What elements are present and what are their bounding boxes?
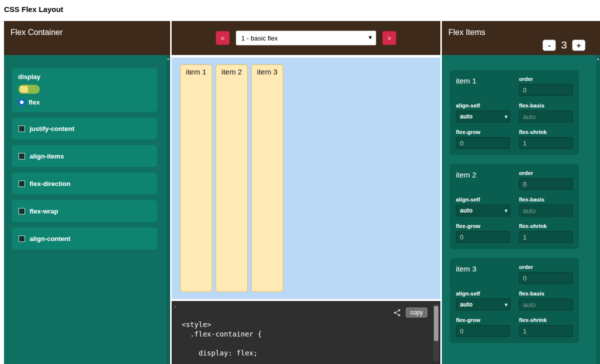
align-self-label: align-self — [456, 196, 519, 202]
flex-basis-label: flex-basis — [519, 290, 573, 296]
flex-basis-field: flex-basis — [519, 290, 573, 310]
page-title: CSS Flex Layout — [4, 5, 63, 14]
flex-basis-input[interactable] — [519, 204, 573, 216]
scroll-up-arrow-icon[interactable]: ▲ — [166, 55, 170, 61]
flex-shrink-field: flex-shrink — [519, 129, 573, 149]
flex-grow-input[interactable] — [456, 137, 510, 149]
order-field: order — [519, 170, 573, 190]
preview-column: < 1 - basic flex ▾ > item 1 item 2 item … — [172, 21, 440, 364]
align-self-select-wrap: auto ▾ — [456, 112, 510, 120]
top-strip: CSS Flex Layout — [0, 0, 600, 21]
code-panel: . copy <style> .flex-container { display… — [172, 301, 440, 364]
flex-demo-container: item 1 item 2 item 3 — [172, 58, 440, 299]
flex-basis-field: flex-basis — [519, 102, 573, 122]
align-items-checkbox[interactable] — [19, 153, 25, 160]
item-count: 3 — [561, 39, 567, 51]
code-scrollbar-thumb[interactable] — [434, 306, 438, 341]
justify-content-checkbox[interactable] — [19, 126, 25, 132]
flex-items-panel: Flex Items - 3 + item 1 order align-self — [442, 21, 600, 364]
order-input[interactable] — [519, 84, 573, 96]
item-card-2: item 2 order align-self auto ▾ — [450, 164, 579, 249]
flex-basis-label: flex-basis — [519, 196, 573, 202]
order-input[interactable] — [519, 178, 573, 190]
code-toolbar: copy — [393, 308, 427, 318]
flex-shrink-field: flex-shrink — [519, 223, 573, 243]
justify-content-label: justify-content — [30, 125, 75, 132]
flex-shrink-input[interactable] — [519, 325, 573, 337]
flex-basis-input[interactable] — [519, 110, 573, 122]
flex-grow-input[interactable] — [456, 231, 510, 243]
flex-container-header: Flex Container — [4, 21, 170, 55]
align-items-group: align-items — [12, 145, 157, 167]
display-group: display flex — [12, 68, 157, 112]
flex-shrink-input[interactable] — [519, 231, 573, 243]
flex-radio-row: flex — [18, 98, 157, 106]
share-icon[interactable] — [393, 308, 401, 317]
align-content-checkbox[interactable] — [19, 236, 25, 242]
app: Flex Container display flex justify-cont… — [4, 21, 600, 364]
flex-grow-field: flex-grow — [456, 317, 519, 337]
align-self-field: align-self auto ▾ — [456, 196, 519, 216]
flex-radio-label: flex — [29, 98, 40, 106]
item-counter: - 3 + — [542, 39, 585, 51]
code-line: <style> — [182, 320, 440, 330]
scroll-up-arrow-icon[interactable]: ▲ — [596, 55, 600, 61]
preset-select-wrap: 1 - basic flex ▾ — [236, 30, 376, 46]
item-card-title: item 3 — [456, 264, 519, 284]
flex-shrink-label: flex-shrink — [519, 317, 573, 323]
flex-container-panel: Flex Container display flex justify-cont… — [4, 21, 170, 364]
code-line: .flex-container { — [182, 330, 440, 339]
code-scrollbar[interactable] — [433, 304, 439, 361]
flex-direction-group: flex-direction — [12, 172, 157, 194]
flex-direction-checkbox[interactable] — [19, 180, 25, 187]
flex-items-header: Flex Items - 3 + — [442, 21, 600, 55]
align-self-field: align-self auto ▾ — [456, 290, 519, 310]
flex-radio[interactable] — [18, 98, 26, 106]
flex-grow-label: flex-grow — [456, 129, 519, 135]
flex-basis-field: flex-basis — [519, 196, 573, 216]
display-label: display — [18, 73, 157, 80]
align-content-label: align-content — [30, 235, 71, 242]
remove-item-button[interactable]: - — [542, 40, 556, 51]
toggle-knob — [20, 86, 29, 93]
flex-grow-input[interactable] — [456, 325, 510, 337]
code-block: <style> .flex-container { display: flex; — [182, 320, 440, 358]
flex-demo-item: item 3 — [251, 64, 283, 292]
code-line — [182, 339, 440, 348]
preset-select[interactable]: 1 - basic flex — [236, 30, 376, 46]
align-self-select[interactable]: auto — [456, 298, 510, 310]
flex-direction-label: flex-direction — [30, 180, 71, 188]
add-item-button[interactable]: + — [572, 40, 585, 51]
align-self-select[interactable]: auto — [456, 204, 510, 216]
order-label: order — [519, 170, 573, 176]
flex-grow-field: flex-grow — [456, 129, 519, 149]
align-self-select[interactable]: auto — [456, 110, 510, 122]
flex-items-title: Flex Items — [448, 28, 485, 37]
display-toggle[interactable] — [18, 84, 40, 94]
flex-wrap-group: flex-wrap — [12, 200, 157, 222]
left-panel-scrollbar[interactable]: ▲ — [166, 55, 170, 364]
corner-dot: . — [175, 301, 177, 308]
flex-container-body: display flex justify-content align-items — [4, 55, 170, 364]
justify-content-group: justify-content — [12, 118, 157, 140]
flex-grow-label: flex-grow — [456, 223, 519, 229]
item-card-1: item 1 order align-self auto ▾ — [450, 70, 579, 155]
preset-bar: < 1 - basic flex ▾ > — [172, 21, 440, 55]
next-preset-button[interactable]: > — [382, 31, 396, 45]
align-self-field: align-self auto ▾ — [456, 102, 519, 122]
right-panel-scrollbar[interactable]: ▲ — [596, 55, 600, 364]
flex-basis-input[interactable] — [519, 298, 573, 310]
flex-grow-field: flex-grow — [456, 223, 519, 243]
order-field: order — [519, 76, 573, 96]
copy-button[interactable]: copy — [406, 308, 427, 318]
flex-shrink-label: flex-shrink — [519, 129, 573, 135]
flex-container-title: Flex Container — [11, 28, 63, 37]
flex-shrink-input[interactable] — [519, 137, 573, 149]
flex-basis-label: flex-basis — [519, 102, 573, 108]
flex-wrap-checkbox[interactable] — [19, 208, 25, 214]
flex-shrink-label: flex-shrink — [519, 223, 573, 229]
order-input[interactable] — [519, 272, 573, 284]
align-self-select-wrap: auto ▾ — [456, 206, 510, 214]
prev-preset-button[interactable]: < — [216, 31, 230, 45]
flex-grow-label: flex-grow — [456, 317, 519, 323]
